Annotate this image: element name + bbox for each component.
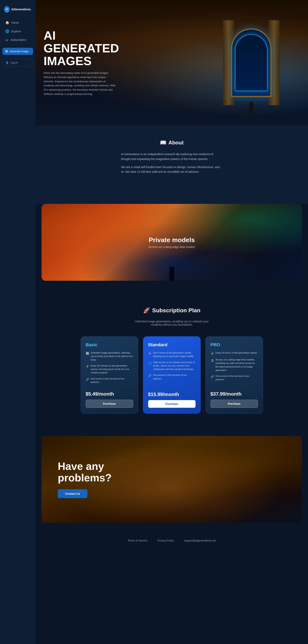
generate-icon: 🖼	[5, 50, 8, 53]
about-title: 📖 About	[52, 140, 292, 146]
feature-pro-icon-2: 🔬	[211, 358, 214, 362]
sidebar-item-explore[interactable]: 🌐 Explore	[3, 27, 33, 35]
feature-icon-2: ⚡	[86, 364, 89, 368]
logo: 👁 AiGenerations.	[0, 4, 36, 18]
feature-basic-1: 🔄 Unlimited image generations, allowing …	[86, 351, 133, 362]
sidebar-item-home-label: Home	[11, 21, 19, 24]
feature-pro-icon-3: 🔗	[211, 374, 214, 379]
footer: Terms of Service Privacy Policy support@…	[36, 531, 308, 550]
feature-icon-1: 🔄	[86, 351, 89, 356]
pricing-card-pro: PRO ⚡ Enjoy 24 hours of fast generation …	[206, 336, 263, 414]
about-para1: AI Generations is an independent researc…	[121, 152, 223, 162]
hero-description: Delve into the fascinating realm of AI g…	[44, 71, 116, 96]
subscription-section: 🚀 Subscription Plan Unlimited image gene…	[36, 293, 308, 428]
plan-name-pro: PRO	[211, 342, 258, 348]
feature-pro-2: 🔬 Access our cutting-edge beta models, p…	[211, 358, 258, 372]
footer-email[interactable]: support@aigenerations.net	[184, 539, 216, 542]
private-models-subtitle: Access our cutting-edge beta models	[148, 245, 195, 248]
hero-title: AI GENERATED IMAGES	[44, 29, 119, 67]
feature-basic-3: 🔗 Get access to the services of our part…	[86, 377, 133, 384]
price-basic: $5.49/month	[86, 391, 133, 397]
subscription-subtitle: Unlimited image generations, enabling yo…	[131, 320, 212, 326]
footer-privacy[interactable]: Privacy Policy	[158, 539, 174, 542]
feature-icon-3: 🔗	[86, 377, 89, 382]
sidebar-item-subscription[interactable]: 🗂 Subscription	[3, 36, 33, 44]
door	[231, 28, 271, 97]
price-standard: $15.99/month	[148, 392, 196, 397]
feature-list-standard: ⚡ Get 2 hours of fast generation speed, …	[148, 351, 196, 387]
problems-title: Have any problems?	[58, 460, 112, 484]
pricing-grid: Basic 🔄 Unlimited image generations, all…	[81, 336, 263, 414]
purchase-button-pro[interactable]: Purchase	[211, 400, 258, 408]
sidebar-item-subscription-label: Subscription	[11, 38, 26, 42]
price-pro: $37.99/month	[211, 391, 258, 397]
about-text: AI Generations is an independent researc…	[121, 152, 223, 174]
feature-list-pro: ⚡ Enjoy 24 hours of fast generation spee…	[211, 351, 258, 386]
problems-section: Have any problems? Contact Us	[42, 436, 302, 523]
hero-content: AI GENERATED IMAGES Delve into the fasci…	[44, 29, 119, 96]
subscription-icon: 🗂	[5, 38, 9, 42]
generate-image-button[interactable]: 🖼 Generate Image	[3, 48, 33, 55]
plan-name-basic: Basic	[86, 342, 133, 348]
figure-silhouette	[249, 102, 253, 113]
sidebar-item-home[interactable]: 🏠 Home	[3, 18, 33, 26]
feature-standard-2: 👥 Gain access to our private community o…	[148, 361, 196, 371]
feature-pro-3: 🔗 Get access to the services of our part…	[211, 374, 258, 382]
about-icon: 📖	[160, 140, 166, 146]
generate-button-label: Generate Image	[10, 50, 29, 53]
about-para2: We are a small self-funded team focused …	[121, 165, 223, 174]
feature-std-icon-2: 👥	[148, 361, 151, 365]
hero-section: AI GENERATED IMAGES Delve into the fasci…	[36, 0, 308, 126]
feature-standard-3: 🔗 Get access to the services of our part…	[148, 373, 196, 380]
subscription-header: 🚀 Subscription Plan Unlimited image gene…	[48, 307, 296, 326]
plan-name-standard: Standard	[148, 342, 196, 348]
feature-standard-1: ⚡ Get 2 hours of fast generation speed, …	[148, 351, 196, 358]
feature-pro-icon-1: ⚡	[211, 351, 214, 356]
sidebar: 👁 AiGenerations. 🏠 Home 🌐 Explore 🗂 Subs…	[0, 0, 36, 644]
feature-list-basic: 🔄 Unlimited image generations, allowing …	[86, 351, 133, 386]
problems-content: Have any problems? Contact Us	[58, 460, 112, 498]
spacer2	[36, 281, 308, 293]
about-section: 📖 About AI Generations is an independent…	[36, 126, 308, 192]
private-models-content: Private models Access our cutting-edge b…	[148, 236, 195, 248]
private-models-title: Private models	[148, 236, 195, 244]
feature-pro-1: ⚡ Enjoy 24 hours of fast generation spee…	[211, 351, 258, 356]
subscription-title: 🚀 Subscription Plan	[48, 307, 296, 314]
pricing-card-standard: Standard ⚡ Get 2 hours of fast generatio…	[143, 336, 201, 414]
private-models-section: Private models Access our cutting-edge b…	[42, 204, 302, 281]
subscription-icon: 🚀	[143, 307, 150, 314]
footer-terms[interactable]: Terms of Service	[128, 539, 147, 542]
door-glow	[235, 34, 267, 91]
feature-std-icon-1: ⚡	[148, 351, 151, 356]
login-icon: 👤	[6, 61, 9, 64]
main-content: AI GENERATED IMAGES Delve into the fasci…	[36, 0, 308, 550]
feature-basic-2: ⚡ Enjoy 30 minutes of fast generation sp…	[86, 364, 133, 374]
feature-std-icon-3: 🔗	[148, 374, 151, 378]
pricing-card-basic: Basic 🔄 Unlimited image generations, all…	[81, 336, 138, 414]
contact-button[interactable]: Contact Us	[58, 489, 87, 498]
private-models-figure	[169, 266, 174, 281]
purchase-button-basic[interactable]: Purchase	[86, 400, 133, 408]
sidebar-item-explore-label: Explore	[11, 30, 21, 33]
login-button-label: Log In	[10, 61, 18, 64]
logo-icon: 👁	[4, 6, 10, 12]
spacer1	[36, 192, 308, 204]
purchase-button-standard[interactable]: Purchase	[148, 400, 196, 408]
nav-menu: 🏠 Home 🌐 Explore 🗂 Subscription	[0, 18, 36, 44]
hero-illustration	[207, 4, 296, 121]
explore-icon: 🌐	[5, 29, 9, 33]
home-icon: 🏠	[5, 21, 9, 24]
app-name: AiGenerations.	[11, 8, 31, 11]
login-button[interactable]: 👤 Log In	[3, 59, 33, 66]
